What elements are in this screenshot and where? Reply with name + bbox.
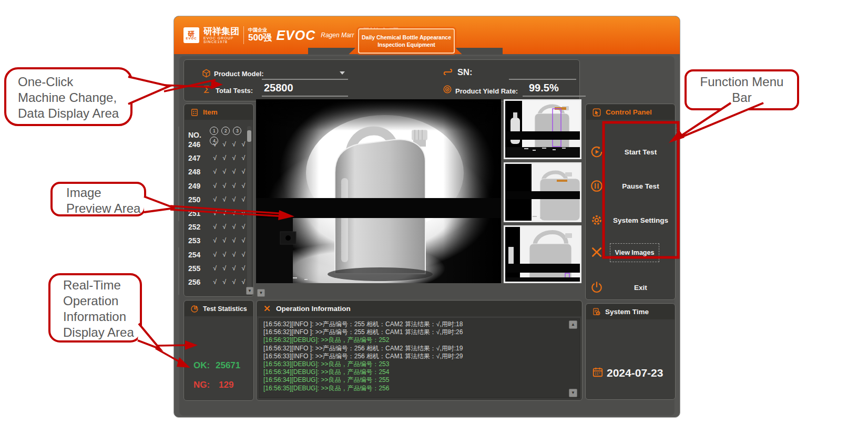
ng-label: NG: xyxy=(193,380,210,390)
row-number: 248 xyxy=(185,168,210,176)
table-row[interactable]: 250√√√√ xyxy=(185,193,248,206)
callout-realtime-info-area: Real-Time Operation Information Display … xyxy=(48,273,142,343)
scroll-down-button[interactable]: ▼ xyxy=(569,389,577,397)
check-mark: √ xyxy=(229,278,239,286)
table-row[interactable]: 252√√√√ xyxy=(185,220,248,234)
table-row[interactable]: 246√√√√ xyxy=(185,138,248,151)
yield-rate-value: 99.5% xyxy=(529,82,559,94)
scroll-down-button[interactable]: ▼ xyxy=(257,289,265,297)
row-number: 246 xyxy=(185,140,210,149)
table-row[interactable]: 256√√√√ xyxy=(185,275,248,289)
app-title-line2: Inspection Equipment xyxy=(377,41,435,48)
check-mark: √ xyxy=(220,141,229,148)
brand-group-en: EVOC GROUP xyxy=(203,36,239,40)
item-panel-title: Item xyxy=(203,108,218,116)
view-images-label: View Images xyxy=(615,249,655,256)
yield-rate-field: 99.5% xyxy=(523,81,586,97)
ok-value: 25671 xyxy=(216,360,240,371)
check-mark: √ xyxy=(220,278,229,286)
brand-evoc-wordmark: EVOC xyxy=(276,28,315,43)
chevron-down-icon xyxy=(340,71,345,75)
header-trim xyxy=(455,48,503,55)
row-number: 254 xyxy=(185,251,210,259)
row-number: 253 xyxy=(185,236,210,245)
callout-pointer xyxy=(128,77,169,104)
scroll-down-button[interactable]: ▼ xyxy=(246,287,253,295)
cam-column-header: 3 xyxy=(233,127,241,135)
check-mark: √ xyxy=(210,278,220,286)
app-title-line1: Daily Chemical Bottle Appearance xyxy=(362,34,451,41)
check-mark: √ xyxy=(210,182,220,190)
ng-value: 129 xyxy=(219,380,233,390)
log-body[interactable]: [16:56:32][INFO ]: >>产品编号：255 相机：CAM2 算法… xyxy=(259,318,580,398)
data-display-panel: Product Model: Total Tests: 25800 SN: Pr… xyxy=(183,59,580,101)
table-row[interactable]: 255√√√√ xyxy=(185,262,248,275)
table-row[interactable]: 253√√√√ xyxy=(185,234,248,247)
system-settings-label: System Settings xyxy=(608,216,673,224)
time-panel-header: System Time xyxy=(586,304,675,319)
product-model-label: Product Model: xyxy=(214,70,264,78)
table-row[interactable]: 249√√√√ xyxy=(185,179,248,193)
check-mark: √ xyxy=(210,168,220,175)
pause-icon xyxy=(590,179,604,193)
product-model-select[interactable] xyxy=(262,67,348,80)
ok-label: OK: xyxy=(193,360,210,371)
camera-preview-2[interactable] xyxy=(504,162,581,222)
log-line: [16:56:32][INFO ]: >>产品编号：255 相机：CAM1 算法… xyxy=(263,328,579,336)
product-model-icon xyxy=(202,69,211,78)
check-mark: √ xyxy=(229,168,239,175)
log-line: [16:56:35][DEBUG]: >>良品，产品编号：256 xyxy=(263,385,579,392)
check-mark: √ xyxy=(220,223,229,231)
start-test-label: Start Test xyxy=(608,148,673,156)
check-mark: √ xyxy=(220,237,229,244)
log-panel-header: Operation Information xyxy=(257,301,581,316)
table-row[interactable]: 247√√√√ xyxy=(185,151,248,165)
preview-image-3 xyxy=(505,227,580,282)
row-number: 251 xyxy=(185,209,210,217)
check-mark: √ xyxy=(229,210,239,217)
check-mark: √ xyxy=(229,265,239,272)
gear-icon xyxy=(590,213,604,227)
log-line: [16:56:33][INFO ]: >>产品编号：256 相机：CAM1 算法… xyxy=(263,353,579,360)
stats-panel-title: Test Statistics xyxy=(203,305,247,313)
check-mark: √ xyxy=(210,196,220,203)
brand-script: Ragen Marr xyxy=(321,32,354,39)
row-number: 252 xyxy=(185,223,210,231)
row-number: 250 xyxy=(185,195,210,204)
table-row[interactable]: 251√√√√ xyxy=(185,206,248,220)
log-line: [16:56:32][DEBUG]: >>良品，产品编号：252 xyxy=(263,336,579,344)
check-mark: √ xyxy=(220,154,229,162)
stats-panel-header: Test Statistics xyxy=(185,301,253,316)
sn-label: SN: xyxy=(457,67,472,77)
log-panel-title: Operation Information xyxy=(276,305,351,313)
callout-image-preview-area: Image Preview Area xyxy=(50,182,146,216)
exit-label: Exit xyxy=(608,284,673,292)
check-mark: √ xyxy=(210,154,220,162)
camera-preview-3[interactable] xyxy=(504,225,581,283)
check-mark: √ xyxy=(229,223,239,231)
scrollbar-thumb[interactable] xyxy=(247,130,251,142)
camera-preview-1[interactable] xyxy=(504,99,581,159)
check-mark: √ xyxy=(210,237,220,244)
operation-info-panel: Operation Information [16:56:32][INFO ]:… xyxy=(256,300,583,401)
start-test-icon xyxy=(590,145,604,159)
scroll-up-button[interactable]: ▲ xyxy=(569,320,577,329)
sn-field[interactable] xyxy=(509,67,576,80)
control-panel-title: Control Panel xyxy=(606,108,652,116)
sn-icon xyxy=(443,67,453,77)
view-images-button[interactable]: View Images xyxy=(610,243,659,262)
test-statistics-panel: Test Statistics OK: 25671 NG: 129 xyxy=(183,300,254,401)
frame-decoration xyxy=(178,247,179,295)
check-mark: √ xyxy=(220,265,229,272)
hand-click-icon xyxy=(592,108,601,117)
total-tests-value: 25800 xyxy=(264,82,293,94)
power-icon xyxy=(590,281,604,294)
row-number: 247 xyxy=(185,154,210,162)
item-panel-header: Item xyxy=(185,105,253,120)
brand-since: SINCE1978 xyxy=(203,40,239,44)
inspection-app-window: 研 EVOC 研祥集团 EVOC GROUP SINCE1978 中国企业 50… xyxy=(173,16,680,418)
control-panel-header: Control Panel xyxy=(586,105,675,120)
table-row[interactable]: 254√√√√ xyxy=(185,248,248,262)
table-row[interactable]: 248√√√√ xyxy=(185,165,248,179)
item-scrollbar[interactable] xyxy=(247,126,251,288)
